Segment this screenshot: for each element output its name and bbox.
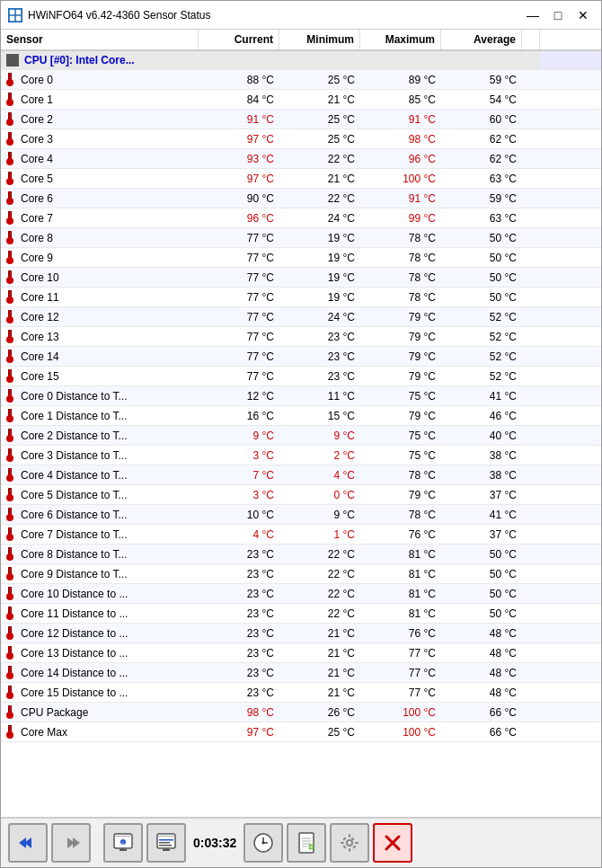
settings-button[interactable] (330, 823, 369, 863)
current-value: 23 °C (199, 564, 279, 583)
system-info-button[interactable]: i (103, 823, 143, 863)
thermometer-icon (6, 350, 13, 363)
thermometer-icon (6, 705, 13, 719)
average-value: 38 °C (441, 446, 522, 465)
maximum-value: 78 °C (360, 505, 441, 524)
forward-button[interactable] (51, 823, 91, 863)
current-value: 23 °C (199, 584, 279, 603)
current-value: 93 °C (199, 149, 279, 168)
row-extra (522, 70, 540, 89)
sensor-name-cell: Core 6 Distance to T... (1, 505, 199, 524)
minimum-value: 25 °C (279, 129, 360, 148)
minimum-value: 22 °C (279, 604, 360, 623)
minimum-value: 22 °C (279, 584, 360, 603)
close-app-button[interactable] (373, 823, 412, 863)
row-extra (522, 208, 540, 227)
sensor-name-cell: Core 5 Distance to T... (1, 485, 199, 504)
average-value: 62 °C (441, 129, 522, 148)
sensor-name-cell: Core 12 Distance to ... (1, 624, 199, 642)
average-value: 62 °C (441, 149, 522, 168)
average-value: 41 °C (441, 386, 522, 405)
thermometer-icon (6, 172, 13, 185)
sensor-label: Core 6 Distance to T... (21, 509, 128, 521)
system-summary-button[interactable] (146, 823, 186, 863)
row-extra (522, 703, 540, 722)
row-extra (522, 446, 540, 465)
svg-marker-7 (73, 837, 80, 848)
average-value: 54 °C (441, 90, 522, 109)
thermometer-icon (6, 251, 13, 264)
thermometer-icon (6, 508, 13, 521)
current-value: 98 °C (199, 703, 279, 722)
report-button[interactable]: + (287, 823, 326, 863)
row-extra (522, 485, 540, 504)
current-value: 77 °C (199, 367, 279, 385)
thermometer-icon (6, 666, 13, 679)
sensor-label: Core 5 (21, 173, 53, 185)
table-header: Sensor Current Minimum Maximum Average (1, 30, 601, 51)
minimize-button[interactable]: ― (522, 6, 544, 24)
clock-button[interactable] (243, 823, 283, 863)
maximum-value: 100 °C (360, 722, 441, 741)
average-value: 50 °C (441, 564, 522, 583)
close-button[interactable]: ✕ (572, 6, 594, 24)
current-value: 77 °C (199, 228, 279, 247)
minimum-value: 0 °C (279, 485, 360, 504)
table-row: Core 9 Distance to T... 23 °C 22 °C 81 °… (1, 564, 601, 584)
sensor-name-cell: Core 8 (1, 228, 199, 247)
svg-rect-1 (16, 10, 21, 14)
minimum-value: 26 °C (279, 703, 360, 722)
current-value: 23 °C (199, 545, 279, 563)
maximum-value: 91 °C (360, 110, 441, 128)
table-row: Core 14 77 °C 23 °C 79 °C 52 °C (1, 347, 601, 367)
maximize-button[interactable]: □ (547, 6, 569, 24)
sensor-name-cell: Core 15 (1, 367, 199, 385)
current-value: 77 °C (199, 327, 279, 346)
current-value: 97 °C (199, 169, 279, 188)
row-extra (522, 288, 540, 306)
average-value: 59 °C (441, 189, 522, 208)
minimum-value: 1 °C (279, 525, 360, 544)
row-extra (522, 643, 540, 662)
sensor-name-cell: Core 2 Distance to T... (1, 426, 199, 445)
sensor-name-cell: Core 0 (1, 70, 199, 89)
average-value: 52 °C (441, 307, 522, 326)
average-value: 46 °C (441, 406, 522, 425)
svg-rect-0 (10, 10, 14, 14)
sensor-label: Core 0 Distance to T... (21, 390, 128, 403)
minimum-value: 23 °C (279, 327, 360, 346)
minimum-value: 23 °C (279, 347, 360, 366)
sensor-name-cell: Core 13 Distance to ... (1, 643, 199, 662)
current-value: 23 °C (199, 663, 279, 682)
svg-rect-37 (355, 842, 359, 844)
svg-rect-9 (114, 836, 132, 837)
thermometer-icon (6, 330, 13, 343)
maximum-value: 78 °C (360, 228, 441, 247)
table-body[interactable]: CPU [#0]: Intel Core... Core 0 88 °C 25 … (1, 51, 601, 817)
thermometer-icon (6, 270, 13, 284)
sensor-label: Core 10 Distance to ... (21, 588, 128, 600)
svg-rect-15 (157, 836, 175, 837)
current-value: 16 °C (199, 406, 279, 425)
thermometer-icon (6, 686, 13, 699)
thermometer-icon (6, 587, 13, 600)
thermometer-icon (6, 73, 13, 86)
maximum-value: 76 °C (360, 525, 441, 544)
thermometer-icon (6, 132, 13, 146)
current-value: 3 °C (199, 446, 279, 465)
sensor-label: Core 1 (21, 93, 53, 106)
average-value: 63 °C (441, 208, 522, 227)
sensor-name-cell: Core 6 (1, 189, 199, 208)
table-row: Core 13 77 °C 23 °C 79 °C 52 °C (1, 327, 601, 347)
row-extra (522, 465, 540, 484)
sensor-label: Core 11 (21, 291, 59, 304)
row-extra (522, 149, 540, 168)
sensor-label: Core 0 (21, 74, 53, 86)
row-extra (522, 90, 540, 109)
back-button[interactable] (8, 823, 48, 863)
sensor-label: Core 4 Distance to T... (21, 469, 128, 482)
col-maximum: Maximum (360, 30, 441, 49)
row-extra (522, 604, 540, 623)
sensor-name-cell: Core 9 (1, 248, 199, 267)
main-window: HWiNFO64 v6.42-4360 Sensor Status ― □ ✕ … (0, 0, 602, 868)
